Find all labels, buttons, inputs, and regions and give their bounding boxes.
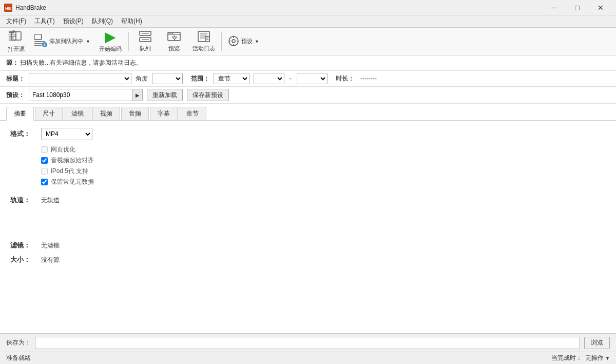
spacer-1 xyxy=(10,210,606,241)
tab-audio[interactable]: 音频 xyxy=(121,107,149,120)
source-label: 源： xyxy=(6,59,20,66)
svg-text:+: + xyxy=(43,42,46,48)
toolbar-separator-2 xyxy=(221,32,222,51)
completion-label: 当完成时： xyxy=(551,354,582,362)
start-encode-icon: ▶ xyxy=(105,30,116,44)
track-label: 轨道： xyxy=(10,196,41,205)
queue-view-button[interactable]: 队列 xyxy=(131,29,159,54)
filter-value: 无滤镜 xyxy=(41,241,60,250)
status-text: 准备就绪 xyxy=(6,354,31,362)
track-value: 无轨道 xyxy=(41,196,60,205)
svg-point-22 xyxy=(172,33,173,34)
size-row: 大小： 没有源 xyxy=(10,255,606,264)
av-align-label: 音视频起始对齐 xyxy=(51,156,94,165)
av-align-checkbox[interactable] xyxy=(41,157,48,164)
range-label: 范围： xyxy=(191,74,209,83)
size-label: 大小： xyxy=(10,255,41,264)
preset-select-wrapper: ▶ xyxy=(29,89,143,101)
svg-point-20 xyxy=(168,33,169,34)
title-label: 标题： xyxy=(6,74,25,83)
save-preset-button[interactable]: 保存新预设 xyxy=(187,89,229,101)
preview-button[interactable]: 预览 xyxy=(160,29,188,54)
browse-button[interactable]: 浏览 xyxy=(584,337,610,349)
web-optimize-checkbox[interactable] xyxy=(41,146,48,153)
svg-text:HB: HB xyxy=(5,6,11,11)
app-window: HB HandBrake ─ □ ✕ 文件(F) 工具(T) 预设(P) 队列(… xyxy=(0,0,616,364)
add-queue-label: 添加到队列中 xyxy=(49,37,83,45)
range-end-select[interactable] xyxy=(297,73,328,84)
tab-chapters[interactable]: 章节 xyxy=(179,107,206,120)
start-encode-label: 开始编码 xyxy=(99,45,122,53)
format-select[interactable]: MP4 MKV xyxy=(41,128,92,140)
activity-log-button[interactable]: 活动日志 xyxy=(189,29,219,54)
summary-panel: 格式： MP4 MKV 网页优化 音视频起始对齐 iPod 5代 支持 xyxy=(0,121,616,333)
source-message: 扫描失败...有关详细信息，请参阅活动日志。 xyxy=(20,59,142,66)
menu-tools[interactable]: 工具(T) xyxy=(30,15,59,27)
add-queue-arrow-icon: ▼ xyxy=(86,39,90,44)
app-body: 源： 扫描失败...有关详细信息，请参阅活动日志。 标题： 角度 范围： 章节 … xyxy=(0,55,616,364)
menu-queue[interactable]: 队列(Q) xyxy=(88,15,117,27)
title-row: 标题： 角度 范围： 章节 - 时长： -------- xyxy=(0,71,616,87)
activity-log-icon xyxy=(197,30,210,44)
reload-preset-button[interactable]: 重新加载 xyxy=(147,89,183,101)
saveas-label: 保存为： xyxy=(6,338,31,347)
checkbox-metadata: 保留常见元数据 xyxy=(41,178,606,186)
duration-label: 时长： xyxy=(336,74,354,83)
open-source-label: 打开源 xyxy=(8,45,25,53)
tab-video[interactable]: 视频 xyxy=(92,107,120,120)
titlebar-controls: ─ □ ✕ xyxy=(543,0,612,15)
start-encode-button[interactable]: ▶ 开始编码 xyxy=(95,29,126,54)
title-select[interactable] xyxy=(29,73,131,84)
app-title: HandBrake xyxy=(15,4,46,11)
titlebar-left: HB HandBrake xyxy=(4,4,46,12)
svg-rect-4 xyxy=(9,30,14,33)
preview-label: 预览 xyxy=(168,45,180,52)
svg-point-21 xyxy=(170,33,171,34)
tab-dimensions[interactable]: 尺寸 xyxy=(35,107,63,120)
range-dash: - xyxy=(290,75,292,82)
menu-file[interactable]: 文件(F) xyxy=(2,15,30,27)
metadata-label: 保留常见元数据 xyxy=(51,178,94,186)
completion-value[interactable]: 无操作 ▼ xyxy=(585,354,610,362)
range-start-select[interactable] xyxy=(254,73,284,84)
checkbox-web-optimize: 网页优化 xyxy=(41,145,606,154)
checkbox-av-align: 音视频起始对齐 xyxy=(41,156,606,165)
preset-label: 预设： xyxy=(6,91,25,100)
format-row: 格式： MP4 MKV xyxy=(10,128,606,140)
tab-summary[interactable]: 摘要 xyxy=(6,107,34,121)
size-value: 没有源 xyxy=(41,256,60,264)
titlebar: HB HandBrake ─ □ ✕ xyxy=(0,0,616,15)
statusbar: 准备就绪 当完成时： 无操作 ▼ xyxy=(0,352,616,364)
filter-label: 滤镜： xyxy=(10,241,41,250)
activity-log-label: 活动日志 xyxy=(192,45,215,52)
completion-arrow-icon: ▼ xyxy=(605,356,610,361)
preset-arrow-icon[interactable]: ▶ xyxy=(132,89,142,101)
presetbar: 预设： ▶ 重新加载 保存新预设 xyxy=(0,87,616,104)
maximize-button[interactable]: □ xyxy=(566,0,589,15)
menu-presets[interactable]: 预设(P) xyxy=(59,15,88,27)
tab-filters[interactable]: 滤镜 xyxy=(64,107,91,120)
close-button[interactable]: ✕ xyxy=(589,0,612,15)
range-type-select[interactable]: 章节 xyxy=(214,73,249,84)
ipod-label: iPod 5代 支持 xyxy=(51,167,88,176)
queue-view-label: 队列 xyxy=(140,45,151,52)
ipod-checkbox[interactable] xyxy=(41,168,48,175)
tab-subtitles[interactable]: 字幕 xyxy=(150,107,178,120)
statusbar-right: 当完成时： 无操作 ▼ xyxy=(551,354,610,362)
saveas-input[interactable] xyxy=(35,337,580,349)
minimize-button[interactable]: ─ xyxy=(543,0,566,15)
open-source-button[interactable]: 打开源 xyxy=(2,29,30,54)
track-row: 轨道： 无轨道 xyxy=(10,196,606,205)
add-queue-button[interactable]: + 添加到队列中 ▼ xyxy=(31,29,94,54)
app-icon: HB xyxy=(4,4,12,12)
menu-help[interactable]: 帮助(H) xyxy=(117,15,146,27)
presets-icon xyxy=(228,35,239,48)
filter-row: 滤镜： 无滤镜 xyxy=(10,241,606,250)
preset-input[interactable] xyxy=(29,89,132,101)
angle-select[interactable] xyxy=(152,73,183,84)
format-label: 格式： xyxy=(10,129,41,139)
presets-label: 预设 xyxy=(241,37,253,45)
metadata-checkbox[interactable] xyxy=(41,179,48,185)
add-queue-icon: + xyxy=(34,34,48,49)
presets-button[interactable]: 预设 ▼ xyxy=(224,29,263,54)
